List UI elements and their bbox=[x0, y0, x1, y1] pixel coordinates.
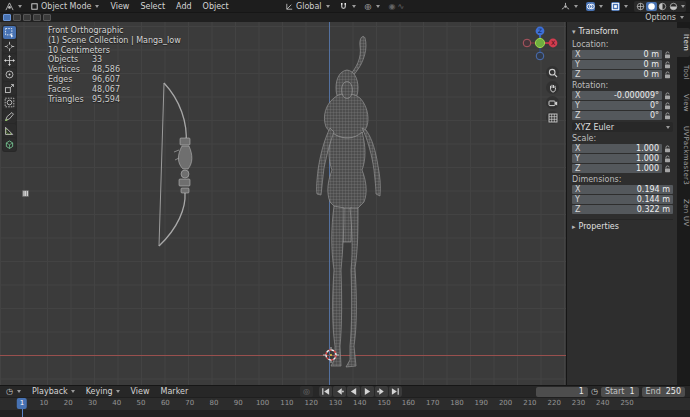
transform-tool-icon[interactable] bbox=[3, 96, 16, 109]
frame-tick-label: 240 bbox=[596, 399, 609, 407]
number-field[interactable]: X 0.194 m bbox=[572, 185, 673, 194]
number-field[interactable]: X 0 m bbox=[572, 50, 662, 59]
add-cube-tool-icon[interactable] bbox=[3, 138, 16, 151]
field-value: 0 m bbox=[583, 50, 662, 59]
jump-to-start-icon[interactable] bbox=[319, 386, 332, 397]
next-keyframe-icon[interactable] bbox=[375, 386, 388, 397]
transform-panel-header[interactable]: Transform bbox=[572, 26, 673, 37]
current-frame-field[interactable]: 1 bbox=[536, 387, 588, 397]
3d-viewport[interactable]: Front Orthographic (1) Scene Collection … bbox=[0, 22, 567, 385]
timeline-track-area[interactable] bbox=[0, 410, 690, 417]
lock-icon[interactable] bbox=[662, 102, 673, 110]
lock-icon[interactable] bbox=[662, 51, 673, 59]
sidebar-tab[interactable]: UVPackmaster3 bbox=[677, 120, 690, 191]
properties-panel-header[interactable]: Properties bbox=[572, 219, 673, 230]
lock-icon[interactable] bbox=[662, 155, 673, 163]
lock-icon[interactable] bbox=[662, 61, 673, 69]
transform-orientation-dropdown[interactable]: Global bbox=[283, 1, 332, 12]
camera-view-icon[interactable] bbox=[546, 96, 559, 109]
lock-icon[interactable] bbox=[662, 112, 673, 120]
material-shading-icon[interactable] bbox=[657, 2, 668, 11]
options-label: Options bbox=[645, 13, 676, 22]
menu-item[interactable]: View bbox=[126, 386, 155, 397]
orthographic-grid-icon[interactable] bbox=[546, 111, 559, 124]
menu-item[interactable]: Playback bbox=[27, 386, 80, 397]
previous-keyframe-icon[interactable] bbox=[333, 386, 346, 397]
measure-tool-icon[interactable] bbox=[3, 124, 16, 137]
workspace-toggle-icon[interactable] bbox=[3, 14, 11, 21]
timeline-ruler[interactable]: 1 10203040506070809010011012013014015016… bbox=[0, 398, 690, 410]
sidebar-tab[interactable]: Tool bbox=[677, 59, 690, 86]
sidebar-tab[interactable]: Item bbox=[677, 28, 690, 57]
lock-icon[interactable] bbox=[662, 165, 673, 173]
gizmo-neg-z-axis bbox=[536, 52, 544, 60]
end-frame-field[interactable]: End 250 bbox=[642, 387, 685, 397]
number-field[interactable]: Z 0° bbox=[572, 111, 662, 120]
play-icon[interactable] bbox=[361, 386, 374, 397]
xray-toggle[interactable] bbox=[609, 1, 630, 12]
number-field[interactable]: Y 0° bbox=[572, 101, 662, 110]
cursor-tool-icon[interactable] bbox=[3, 40, 16, 53]
empty-object-icon[interactable] bbox=[22, 190, 29, 197]
editor-type-button[interactable] bbox=[3, 1, 24, 12]
number-field[interactable]: Z 0.322 m bbox=[572, 205, 673, 214]
workspace-toggle-icon[interactable] bbox=[13, 14, 21, 21]
rotate-tool-icon[interactable] bbox=[3, 68, 16, 81]
overlays-dropdown[interactable] bbox=[584, 1, 605, 12]
number-field[interactable]: Y 0.144 m bbox=[572, 195, 673, 204]
start-frame-field[interactable]: Start 1 bbox=[601, 387, 639, 397]
workspace-toggle-icon[interactable] bbox=[33, 14, 41, 21]
pan-hand-icon[interactable] bbox=[546, 81, 559, 94]
3d-cursor[interactable] bbox=[323, 347, 339, 363]
number-field[interactable]: X -0.000009° bbox=[572, 91, 662, 100]
timeline-editor-type-button[interactable]: ◷ bbox=[4, 386, 23, 397]
workspace-toggle-icon[interactable] bbox=[23, 14, 31, 21]
current-frame-badge[interactable]: 1 bbox=[17, 398, 27, 409]
proportional-editing-toggle[interactable]: ◉ ∿ bbox=[387, 1, 407, 12]
move-tool-icon[interactable] bbox=[3, 54, 16, 67]
menu-item[interactable]: Marker bbox=[156, 386, 194, 397]
lock-icon[interactable] bbox=[662, 145, 673, 153]
menu-item[interactable]: Keying bbox=[81, 386, 125, 397]
menu-item[interactable]: Object bbox=[198, 1, 234, 12]
orientation-label: Global bbox=[296, 2, 322, 11]
wireframe-character-model[interactable] bbox=[270, 28, 430, 385]
stat-value: 95,594 bbox=[92, 95, 120, 105]
mode-dropdown[interactable]: Object Mode bbox=[28, 1, 101, 12]
lock-icon[interactable] bbox=[662, 71, 673, 79]
timeline-editor: ◷ PlaybackKeyingViewMarker ◎ bbox=[0, 385, 690, 417]
number-field[interactable]: X 1.000 bbox=[572, 144, 662, 153]
sidebar-tab[interactable]: View bbox=[677, 88, 690, 118]
navigation-gizmo[interactable]: Z X bbox=[522, 25, 558, 61]
select-box-tool-icon[interactable] bbox=[3, 26, 16, 39]
menu-item[interactable]: Add bbox=[171, 1, 197, 12]
workspace-toggle-icon[interactable] bbox=[43, 14, 51, 21]
zoom-icon[interactable] bbox=[546, 66, 559, 79]
play-reverse-icon[interactable] bbox=[347, 386, 360, 397]
gizmos-dropdown[interactable] bbox=[559, 1, 580, 12]
number-field[interactable]: Z 0 m bbox=[572, 70, 662, 79]
rotation-mode-dropdown[interactable]: XYZ Euler bbox=[572, 122, 673, 132]
wireframe-shading-icon[interactable] bbox=[635, 2, 646, 11]
number-field[interactable]: Y 0 m bbox=[572, 60, 662, 69]
menu-item[interactable]: View bbox=[105, 1, 134, 12]
frame-tick-label: 200 bbox=[499, 399, 512, 407]
overlays-icon bbox=[586, 2, 595, 11]
options-dropdown[interactable]: Options bbox=[645, 13, 684, 22]
auto-keying-icon[interactable]: ◎ bbox=[300, 386, 313, 397]
scale-tool-icon[interactable] bbox=[3, 82, 16, 95]
pivot-point-dropdown[interactable]: ◎ bbox=[363, 1, 382, 12]
solid-shading-icon[interactable] bbox=[646, 2, 657, 11]
wireframe-bow-model[interactable] bbox=[148, 78, 216, 253]
rendered-shading-icon[interactable] bbox=[668, 2, 679, 11]
number-field[interactable]: Z 1.000 bbox=[572, 164, 662, 173]
lock-icon[interactable] bbox=[662, 92, 673, 100]
annotate-tool-icon[interactable] bbox=[3, 110, 16, 123]
number-field[interactable]: Y 1.000 bbox=[572, 154, 662, 163]
menu-item[interactable]: Select bbox=[135, 1, 170, 12]
sidebar-tabs: Item Tool View UVPackmaster3 Zen UV bbox=[677, 22, 690, 385]
snapping-button[interactable] bbox=[337, 1, 358, 12]
frame-tick-label: 70 bbox=[185, 399, 194, 407]
jump-to-end-icon[interactable] bbox=[389, 386, 402, 397]
sidebar-tab[interactable]: Zen UV bbox=[677, 193, 690, 232]
